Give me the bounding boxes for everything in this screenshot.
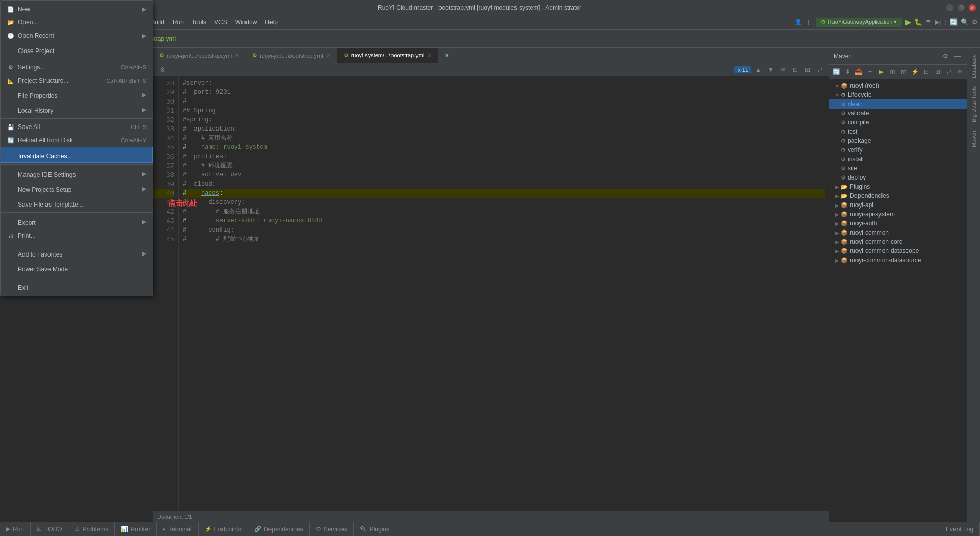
menu-local-history[interactable]: Local History ▶: [1, 102, 153, 117]
toggle-lifecycle[interactable]: ▼: [834, 91, 841, 98]
menu-reload[interactable]: 🔄Reload All from Disk Ctrl+Alt+Y: [1, 134, 153, 147]
close-tab-system[interactable]: ✕: [427, 52, 432, 59]
menu-export[interactable]: Export ▶: [1, 214, 153, 229]
settings-icon[interactable]: ⚙: [157, 65, 167, 75]
maven-item-ruoyi-auth[interactable]: ▶ 📦 ruoyi-auth: [829, 219, 967, 228]
bottom-tab-endpoints[interactable]: ⚡ Endpoints: [199, 522, 248, 536]
right-tab-database[interactable]: Database: [969, 50, 979, 82]
maven-item-package[interactable]: ⚙ package: [829, 136, 967, 145]
maven-item-plugins[interactable]: ▶ 📂 Plugins: [829, 182, 967, 191]
menu-item-tools[interactable]: Tools: [188, 17, 210, 28]
collapse-icon[interactable]: —: [169, 65, 180, 75]
menu-open[interactable]: 📂Open...: [1, 16, 153, 29]
update-button[interactable]: 🔄: [949, 18, 958, 26]
maven-item-ruoyi-root[interactable]: ▼ 📦 ruoyi (root): [829, 81, 967, 90]
maven-item-ruoyi-common[interactable]: ▶ 📦 ruoyi-common: [829, 228, 967, 237]
maven-item-validate[interactable]: ⚙ validate: [829, 109, 967, 118]
menu-file-properties[interactable]: File Properties ▶: [1, 87, 153, 102]
maven-item-ruoyi-common-core[interactable]: ▶ 📦 ruoyi-common-core: [829, 237, 967, 246]
maven-item-install[interactable]: ⚙ install: [829, 155, 967, 164]
maven-item-verify[interactable]: ⚙ verify: [829, 145, 967, 155]
maven-run-debug-icon[interactable]: m: [888, 67, 897, 77]
menu-close-project[interactable]: Close Project: [1, 42, 153, 57]
maven-item-site[interactable]: ⚙ site: [829, 164, 967, 173]
close-tab-job[interactable]: ✕: [326, 52, 331, 59]
maven-item-clean[interactable]: ⚙ clean: [829, 99, 967, 109]
menu-item-help[interactable]: Help: [261, 17, 282, 28]
maven-exec-icon[interactable]: ⚙: [955, 67, 965, 77]
maven-item-compile[interactable]: ⚙ compile: [829, 118, 967, 127]
maximize-button[interactable]: □: [958, 4, 965, 11]
right-tab-maven[interactable]: Maven: [969, 126, 979, 151]
menu-invalidate-caches[interactable]: Invalidate Caches...: [1, 147, 153, 163]
run-button[interactable]: ▶: [905, 17, 911, 27]
bottom-tab-todo[interactable]: ☑ TODO: [31, 522, 68, 536]
maven-expand-icon[interactable]: ⊞: [933, 67, 942, 77]
tab-gen-bootstrap[interactable]: ⚙ ruoyi-gen\...\bootstrap.yml ✕: [153, 48, 246, 63]
menu-open-recent[interactable]: 🕐Open Recent ▶: [1, 29, 153, 42]
next-match-button[interactable]: ▼: [766, 65, 776, 75]
menu-manage-ide[interactable]: Manage IDE Settings ▶: [1, 166, 153, 181]
more-run-button[interactable]: ▶|: [935, 18, 941, 26]
coverage-button[interactable]: ☂: [925, 18, 932, 26]
maven-run-test-icon[interactable]: m̲: [899, 67, 909, 77]
run-config-selector[interactable]: ⚙ RuoYiGatewayApplication ▾: [816, 18, 902, 27]
toggle-plugins[interactable]: ▶: [834, 183, 841, 190]
maven-settings-icon[interactable]: ⚙: [940, 51, 950, 61]
toggle-ruoyi-api[interactable]: ▶: [834, 201, 841, 209]
maven-more-icon[interactable]: ⇄: [944, 67, 953, 77]
event-log-tab[interactable]: Event Log: [940, 522, 980, 536]
bottom-tab-services[interactable]: ⚙ Services: [310, 522, 354, 536]
toggle-ruoyi-api-system[interactable]: ▶: [834, 211, 841, 218]
maven-add-icon[interactable]: +: [865, 67, 875, 77]
menu-new-projects-setup[interactable]: New Projects Setup ▶: [1, 181, 153, 196]
code-content[interactable]: #server: # port: 9201 # ## Spring #sprin…: [179, 76, 829, 511]
fold-icon[interactable]: ⊟: [790, 65, 800, 75]
search-everywhere-button[interactable]: 🔍: [961, 18, 969, 26]
toggle-ruoyi-common[interactable]: ▶: [834, 229, 841, 236]
tab-job-bootstrap[interactable]: ⚙ ruoyi-job\...\bootstrap.yml ✕: [246, 48, 337, 63]
bottom-tab-terminal[interactable]: ▸ Terminal: [157, 522, 198, 536]
maven-item-ruoyi-common-datascope[interactable]: ▶ 📦 ruoyi-common-datascope: [829, 246, 967, 256]
menu-save-all[interactable]: 💾Save All Ctrl+S: [1, 120, 153, 134]
bottom-tab-dependencies[interactable]: 🔗 Dependencies: [248, 522, 310, 536]
menu-project-structure[interactable]: 📐Project Structure... Ctrl+Alt+Shift+S: [1, 74, 153, 87]
close-search-button[interactable]: ✕: [778, 65, 788, 75]
maven-item-test[interactable]: ⚙ test: [829, 127, 967, 136]
menu-power-save[interactable]: Power Save Mode: [1, 261, 153, 275]
bottom-tab-run[interactable]: ▶ Run: [0, 522, 31, 536]
maven-item-ruoyi-common-datasource[interactable]: ▶ 📦 ruoyi-common-datasource: [829, 256, 967, 265]
menu-item-run[interactable]: Run: [168, 17, 188, 28]
maven-item-dependencies[interactable]: ▶ 📂 Dependencies: [829, 191, 967, 200]
menu-save-template[interactable]: Save File as Template...: [1, 196, 153, 211]
tab-menu-button[interactable]: ▾: [440, 49, 453, 62]
maven-item-ruoyi-api[interactable]: ▶ 📦 ruoyi-api: [829, 200, 967, 210]
minimize-button[interactable]: ─: [946, 4, 953, 11]
tab-system-bootstrap[interactable]: ⚙ ruoyi-system\...\bootstrap.yml ✕: [337, 48, 439, 63]
menu-add-favorites[interactable]: Add to Favorites ▶: [1, 246, 153, 261]
settings-button[interactable]: ⚙: [972, 18, 978, 26]
toggle-ruoyi-root[interactable]: ▼: [834, 82, 841, 89]
prev-match-button[interactable]: ▲: [753, 65, 764, 75]
maven-minimize-icon[interactable]: —: [952, 51, 963, 61]
toggle-ruoyi-common-datasource[interactable]: ▶: [834, 257, 841, 264]
toggle-dependencies[interactable]: ▶: [834, 192, 841, 199]
maven-item-ruoyi-api-system[interactable]: ▶ 📦 ruoyi-api-system: [829, 210, 967, 219]
menu-settings[interactable]: ⚙Settings... Ctrl+Alt+S: [1, 61, 153, 74]
menu-item-window[interactable]: Window: [231, 17, 261, 28]
close-button[interactable]: ✕: [969, 4, 976, 11]
menu-exit[interactable]: Exit: [1, 279, 153, 294]
maven-run-icon[interactable]: ▶: [876, 67, 886, 77]
menu-new[interactable]: 📄New ▶: [1, 3, 153, 16]
toggle-ruoyi-common-datascope[interactable]: ▶: [834, 247, 841, 254]
close-tab-gen[interactable]: ✕: [235, 52, 239, 59]
diff-icon[interactable]: ⇄: [815, 65, 825, 75]
maven-reimport-icon[interactable]: ⬇: [843, 67, 852, 77]
menu-print[interactable]: 🖨Print...: [1, 229, 153, 242]
unfold-icon[interactable]: ⊞: [802, 65, 813, 75]
maven-collapse-icon[interactable]: ⊟: [921, 67, 931, 77]
right-tab-bigdata[interactable]: Big Data Tools: [969, 82, 979, 126]
toggle-ruoyi-auth[interactable]: ▶: [834, 220, 841, 227]
bottom-tab-plugins[interactable]: 🔌 Plugins: [354, 522, 396, 536]
maven-item-lifecycle[interactable]: ▼ ⚙ Lifecycle: [829, 90, 967, 99]
